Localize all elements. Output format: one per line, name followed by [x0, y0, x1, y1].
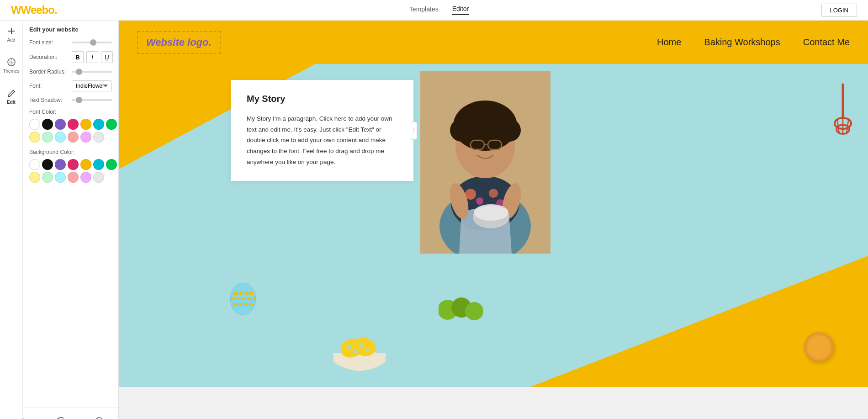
color-swatch-white[interactable] [29, 119, 40, 130]
site-nav-home[interactable]: Home [657, 37, 681, 48]
color-swatch-lightgray[interactable] [93, 132, 104, 143]
app-logo: WWeebo. [11, 4, 57, 16]
color-swatch-lightyellow[interactable] [29, 132, 40, 143]
color-swatch-cyan[interactable] [93, 119, 104, 130]
font-color-label: Font Color: [29, 109, 112, 115]
svg-point-42 [360, 343, 364, 347]
undo-action[interactable]: Undo [93, 416, 105, 419]
underline-button[interactable]: U [101, 51, 113, 63]
font-select[interactable]: IndieFlower [72, 80, 112, 91]
text-shadow-label: Text Shadow: [29, 97, 68, 103]
border-radius-thumb[interactable] [76, 69, 82, 75]
deco-limes [439, 294, 484, 323]
color-swatch-lightred[interactable] [68, 132, 79, 143]
svg-point-30 [474, 204, 508, 221]
card-body: My Story I'm a paragraph. Click here to … [247, 113, 397, 167]
bg-color-grid [29, 159, 112, 183]
svg-rect-6 [59, 418, 63, 419]
deco-circle [804, 332, 834, 362]
bg-swatch-pink[interactable] [68, 159, 79, 170]
tab-editor[interactable]: Editor [452, 5, 469, 15]
color-swatch-pink[interactable] [68, 119, 79, 130]
bg-color-section: Background Color: [29, 149, 112, 183]
color-swatch-lightcyan[interactable] [55, 132, 66, 143]
bg-swatch-cyan[interactable] [93, 159, 104, 170]
site-logo[interactable]: Website logo. [137, 31, 221, 54]
sidebar-item-add[interactable]: Add [0, 21, 23, 48]
app-topbar: WWeebo. Templates Editor LOGIN [0, 0, 868, 21]
copy-action[interactable]: Copy [54, 416, 66, 419]
color-swatch-lightgreen[interactable] [42, 132, 53, 143]
svg-point-22 [493, 111, 512, 129]
color-swatch-yellow[interactable] [80, 119, 91, 130]
sidebar-icon-strip: Add Themes Edit [0, 21, 23, 419]
color-swatch-black[interactable] [42, 119, 53, 130]
site-header: Website logo. Home Baking Workshops Cont… [119, 21, 868, 64]
font-size-thumb[interactable] [90, 39, 96, 46]
panel-title: Edit your website [29, 26, 112, 33]
font-size-row: Font size: [29, 39, 112, 46]
app-logo-text: Weebo. [21, 4, 57, 16]
site-nav-baking[interactable]: Baking Workshops [704, 37, 780, 48]
website-canvas: Website logo. Home Baking Workshops Cont… [119, 21, 868, 419]
bg-swatch-lightred[interactable] [68, 172, 79, 183]
svg-point-14 [489, 189, 498, 198]
bg-swatch-lightgray[interactable] [93, 172, 104, 183]
bowl-svg [329, 318, 391, 380]
add-label: Add [7, 37, 16, 42]
font-color-section: Font Color: [29, 109, 112, 143]
svg-point-40 [347, 345, 352, 349]
bold-button[interactable]: B [72, 51, 84, 63]
tab-templates[interactable]: Templates [409, 5, 439, 15]
bg-swatch-lightyellow[interactable] [29, 172, 40, 183]
bg-swatch-green[interactable] [106, 159, 117, 170]
login-button[interactable]: LOGIN [821, 4, 857, 17]
text-shadow-thumb[interactable] [76, 97, 82, 103]
bg-swatch-lightgreen[interactable] [42, 172, 53, 183]
border-radius-row: Border Radius: [29, 69, 112, 75]
svg-point-43 [365, 349, 369, 352]
bg-swatch-black[interactable] [42, 159, 53, 170]
bg-swatch-lightpink[interactable] [80, 172, 91, 183]
editor-sidebar: Add Themes Edit Edit your website [0, 21, 119, 419]
font-size-slider[interactable] [72, 42, 112, 43]
color-swatch-lightpink[interactable] [80, 132, 91, 143]
deco-bowl [329, 318, 391, 380]
text-shadow-slider[interactable] [72, 99, 112, 101]
text-shadow-row: Text Shadow: [29, 97, 112, 103]
bg-swatch-white[interactable] [29, 159, 40, 170]
bg-swatch-yellow[interactable] [80, 159, 91, 170]
site-nav-contact[interactable]: Contact Me [803, 37, 850, 48]
decoration-buttons: B I U [72, 51, 113, 63]
limes-svg [439, 294, 484, 321]
font-select-wrap: IndieFlower [72, 80, 112, 91]
font-row: Font: IndieFlower [29, 80, 112, 91]
decoration-label: Decoration: [29, 54, 68, 60]
svg-point-21 [459, 111, 477, 129]
font-label: Font: [29, 83, 68, 89]
themes-label: Themes [3, 69, 19, 74]
bg-swatch-purple[interactable] [55, 159, 66, 170]
decoration-row: Decoration: B I U [29, 51, 112, 63]
italic-button[interactable]: I [86, 51, 98, 63]
svg-point-23 [475, 104, 495, 124]
edit-label: Edit [7, 100, 16, 105]
egg-svg [228, 280, 258, 316]
color-swatch-purple[interactable] [55, 119, 66, 130]
border-radius-label: Border Radius: [29, 69, 68, 75]
border-radius-slider[interactable] [72, 71, 112, 73]
color-swatch-green[interactable] [106, 119, 117, 130]
svg-marker-8 [553, 256, 868, 387]
card-title: My Story [247, 94, 397, 104]
person-photo [420, 71, 550, 254]
content-card[interactable]: My Story My Story I'm a paragraph. Click… [231, 80, 413, 181]
font-color-grid [29, 119, 112, 143]
sidebar-item-edit[interactable]: Edit [0, 83, 23, 110]
site-nav: Home Baking Workshops Contact Me [657, 37, 850, 48]
bg-swatch-lightcyan[interactable] [55, 172, 66, 183]
deco-egg [228, 280, 258, 316]
person-svg [420, 71, 550, 254]
bg-color-label: Background Color: [29, 149, 112, 155]
sidebar-item-themes[interactable]: Themes [0, 52, 23, 79]
resize-handle[interactable] [411, 122, 417, 140]
